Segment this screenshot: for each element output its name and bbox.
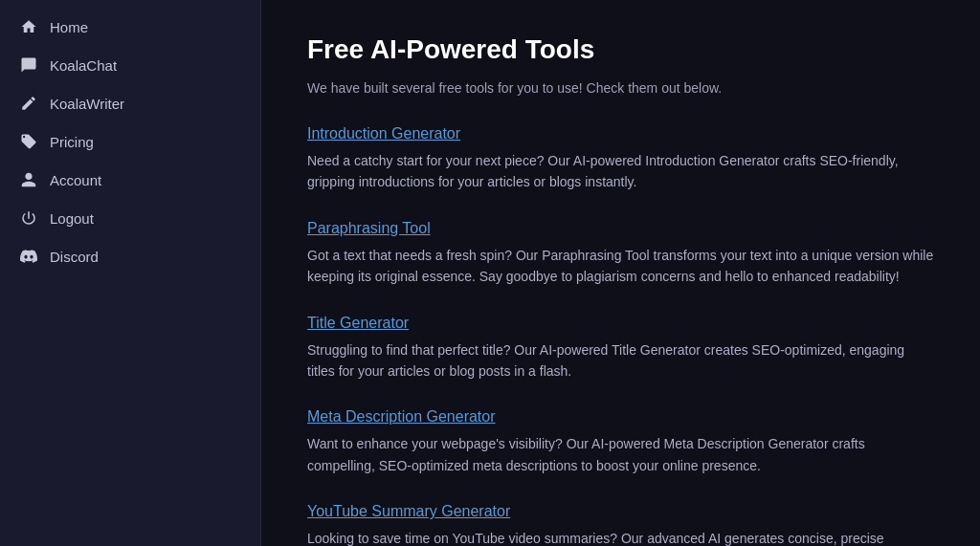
home-icon xyxy=(19,17,38,36)
meta-description-link[interactable]: Meta Description Generator xyxy=(307,408,496,426)
sidebar-item-koalawriter-label: KoalaWriter xyxy=(50,96,124,112)
chat-icon xyxy=(19,55,38,75)
paraphrasing-tool-link[interactable]: Paraphrasing Tool xyxy=(307,220,431,237)
sidebar-item-discord[interactable]: Discord xyxy=(0,237,260,275)
sidebar-item-account-label: Account xyxy=(50,172,101,188)
title-generator-desc: Struggling to find that perfect title? O… xyxy=(307,339,934,382)
sidebar-item-discord-label: Discord xyxy=(50,249,99,265)
tool-section-intro: Introduction Generator Need a catchy sta… xyxy=(307,125,934,193)
youtube-summary-desc: Looking to save time on YouTube video su… xyxy=(307,528,934,546)
sidebar: Home KoalaChat KoalaWriter Pricing xyxy=(0,0,261,546)
sidebar-item-logout[interactable]: Logout xyxy=(0,199,260,237)
tool-section-title: Title Generator Struggling to find that … xyxy=(307,315,934,382)
paraphrasing-tool-desc: Got a text that needs a fresh spin? Our … xyxy=(307,245,934,288)
meta-description-desc: Want to enhance your webpage's visibilit… xyxy=(307,433,934,476)
intro-generator-desc: Need a catchy start for your next piece?… xyxy=(307,150,934,193)
youtube-summary-link[interactable]: YouTube Summary Generator xyxy=(307,503,510,520)
tag-icon xyxy=(19,132,38,151)
sidebar-item-koalawriter[interactable]: KoalaWriter xyxy=(0,84,260,122)
tool-section-meta: Meta Description Generator Want to enhan… xyxy=(307,408,934,476)
sidebar-item-pricing[interactable]: Pricing xyxy=(0,122,260,161)
tool-section-paraphrase: Paraphrasing Tool Got a text that needs … xyxy=(307,220,934,288)
page-subtitle: We have built several free tools for you… xyxy=(307,78,934,98)
sidebar-item-home[interactable]: Home xyxy=(0,8,260,46)
discord-icon xyxy=(19,247,38,266)
power-icon xyxy=(19,208,38,228)
sidebar-item-logout-label: Logout xyxy=(50,210,94,227)
title-generator-link[interactable]: Title Generator xyxy=(307,315,409,332)
main-content: Free AI-Powered Tools We have built seve… xyxy=(261,0,980,546)
intro-generator-link[interactable]: Introduction Generator xyxy=(307,125,460,142)
sidebar-item-koalachat[interactable]: KoalaChat xyxy=(0,46,260,84)
page-title: Free AI-Powered Tools xyxy=(307,34,934,65)
sidebar-item-home-label: Home xyxy=(50,19,88,35)
user-icon xyxy=(19,170,38,189)
sidebar-item-account[interactable]: Account xyxy=(0,161,260,199)
sidebar-item-pricing-label: Pricing xyxy=(50,134,94,150)
sidebar-item-koalachat-label: KoalaChat xyxy=(50,57,117,74)
tool-section-youtube: YouTube Summary Generator Looking to sav… xyxy=(307,503,934,546)
edit-icon xyxy=(19,94,38,113)
